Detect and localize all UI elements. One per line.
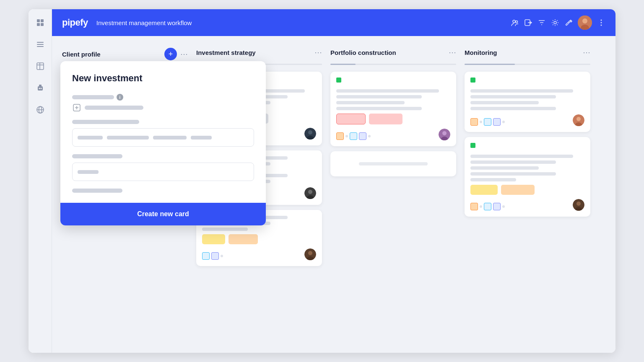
globe-icon[interactable] bbox=[34, 103, 47, 116]
card-icon bbox=[484, 118, 491, 126]
column-more-client-profile[interactable]: ⋯ bbox=[180, 49, 188, 59]
attachment-icon bbox=[72, 103, 81, 112]
header: pipefy Investment management workflow bbox=[52, 9, 615, 36]
svg-point-47 bbox=[576, 202, 581, 206]
card bbox=[330, 72, 456, 146]
card-icon bbox=[336, 132, 344, 140]
form-label-1 bbox=[72, 95, 114, 99]
column-title-investment-strategy: Investment strategy bbox=[196, 49, 311, 56]
svg-point-41 bbox=[442, 131, 447, 135]
bot-icon[interactable] bbox=[34, 81, 47, 95]
form-field-2 bbox=[72, 120, 254, 147]
add-card-button-client-profile[interactable]: + bbox=[164, 48, 177, 60]
card-avatar bbox=[439, 129, 450, 140]
card-icon bbox=[202, 252, 210, 260]
skeleton-card bbox=[330, 151, 456, 176]
header-title: Investment management workflow bbox=[96, 19, 504, 26]
user-avatar[interactable] bbox=[578, 16, 592, 30]
form-section-label bbox=[72, 120, 139, 124]
form-input-1[interactable] bbox=[72, 128, 254, 147]
form-input-2[interactable] bbox=[72, 163, 254, 181]
card-avatar bbox=[304, 248, 316, 260]
card-icon bbox=[493, 203, 501, 210]
new-card-modal: New investment i bbox=[60, 61, 266, 225]
card-avatar bbox=[304, 128, 316, 140]
svg-rect-11 bbox=[39, 85, 42, 86]
logo: pipefy bbox=[62, 17, 88, 28]
grid-icon[interactable] bbox=[34, 16, 47, 29]
svg-point-38 bbox=[308, 251, 312, 255]
column-title-client-profile: Client profile bbox=[62, 51, 161, 58]
more-icon[interactable] bbox=[597, 18, 605, 27]
form-link[interactable] bbox=[72, 189, 122, 193]
card-icon bbox=[211, 252, 219, 260]
main-content: pipefy Investment management workflow bbox=[52, 9, 615, 353]
form-field-3 bbox=[72, 154, 254, 181]
wrench-icon[interactable] bbox=[564, 18, 573, 27]
column-monitoring: Monitoring ⋯ bbox=[465, 46, 590, 343]
header-actions bbox=[511, 16, 605, 30]
svg-rect-10 bbox=[38, 86, 43, 90]
svg-rect-1 bbox=[41, 19, 44, 22]
card-icon bbox=[470, 203, 478, 210]
svg-point-21 bbox=[554, 21, 556, 24]
create-new-card-button[interactable]: Create new card bbox=[137, 210, 189, 218]
attachment-label bbox=[85, 106, 143, 110]
table-icon[interactable] bbox=[34, 59, 47, 73]
form-section-label-2 bbox=[72, 154, 122, 158]
svg-point-23 bbox=[582, 18, 587, 23]
list-icon[interactable] bbox=[34, 38, 47, 51]
column-more-portfolio-construction[interactable]: ⋯ bbox=[449, 48, 456, 57]
svg-point-17 bbox=[513, 20, 515, 23]
column-more-monitoring[interactable]: ⋯ bbox=[583, 48, 590, 57]
svg-point-26 bbox=[601, 22, 602, 23]
column-progress-portfolio-construction bbox=[330, 64, 456, 65]
svg-rect-3 bbox=[41, 23, 44, 26]
card-avatar bbox=[304, 187, 316, 199]
svg-rect-6 bbox=[37, 46, 44, 47]
svg-point-27 bbox=[601, 25, 602, 26]
sidebar bbox=[29, 9, 52, 353]
column-more-investment-strategy[interactable]: ⋯ bbox=[314, 48, 322, 57]
people-icon[interactable] bbox=[511, 18, 519, 27]
svg-point-35 bbox=[308, 190, 312, 194]
card bbox=[465, 72, 590, 132]
column-progress-monitoring bbox=[465, 64, 590, 65]
card-icon bbox=[493, 118, 501, 126]
form-field-1: i bbox=[72, 94, 254, 112]
svg-point-12 bbox=[39, 88, 40, 89]
svg-rect-2 bbox=[37, 23, 40, 26]
info-icon[interactable]: i bbox=[117, 94, 123, 101]
board-area: Client profile + ⋯ bbox=[52, 36, 615, 353]
svg-point-18 bbox=[516, 21, 518, 23]
settings-icon[interactable] bbox=[551, 18, 559, 27]
svg-rect-0 bbox=[37, 19, 40, 22]
svg-point-25 bbox=[601, 20, 602, 21]
card-avatar bbox=[573, 114, 584, 126]
modal-footer: Create new card bbox=[60, 203, 266, 225]
card-avatar bbox=[573, 199, 584, 211]
column-portfolio-construction: Portfolio construction ⋯ bbox=[330, 46, 456, 343]
svg-point-13 bbox=[40, 88, 42, 89]
card-icon bbox=[350, 132, 357, 140]
card bbox=[465, 137, 590, 217]
sign-in-icon[interactable] bbox=[524, 18, 532, 27]
column-title-portfolio-construction: Portfolio construction bbox=[330, 49, 445, 56]
svg-rect-7 bbox=[37, 63, 44, 70]
column-title-monitoring: Monitoring bbox=[465, 49, 579, 56]
svg-rect-4 bbox=[37, 42, 44, 43]
modal-title: New investment bbox=[72, 73, 254, 84]
card-icon bbox=[359, 132, 366, 140]
svg-point-32 bbox=[308, 130, 312, 134]
card-icon bbox=[484, 203, 491, 210]
filter-icon[interactable] bbox=[538, 18, 546, 27]
svg-point-44 bbox=[576, 117, 581, 121]
card-icon bbox=[470, 118, 478, 126]
svg-rect-5 bbox=[37, 44, 44, 45]
